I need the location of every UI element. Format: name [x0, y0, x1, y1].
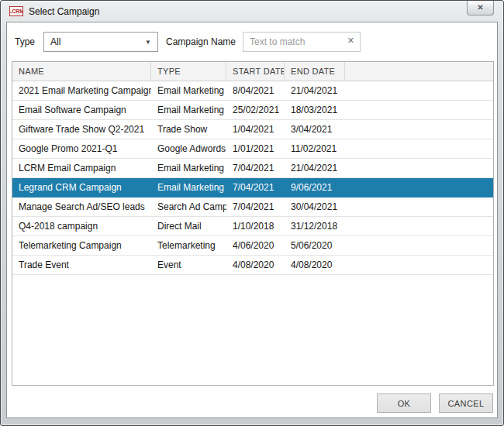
cell-end-date: 30/04/2021	[285, 198, 345, 216]
cell-type: Direct Mail	[151, 217, 226, 235]
cell-end-date: 11/02/2021	[285, 139, 345, 158]
close-icon: ✕	[477, 4, 483, 12]
column-header-type[interactable]: TYPE	[151, 62, 226, 81]
column-header-start-date[interactable]: START DATE	[226, 62, 285, 81]
table-row[interactable]: LCRM Email Campaign Email Marketing 7/04…	[12, 159, 493, 178]
cell-start-date: 4/08/2020	[226, 256, 285, 274]
type-dropdown-value: All	[50, 36, 60, 47]
cell-name: Legrand CRM Campaign	[12, 178, 151, 197]
cell-name: LCRM Email Campaign	[12, 159, 151, 177]
cell-end-date: 5/06/2020	[285, 236, 345, 255]
table-row[interactable]: Giftware Trade Show Q2-2021 Trade Show 1…	[12, 120, 493, 139]
cell-filler	[345, 81, 493, 100]
campaign-name-input[interactable]	[243, 32, 361, 52]
cell-filler	[345, 217, 493, 235]
cell-name: Telemarketing Campaign	[12, 236, 151, 255]
cell-name: Giftware Trade Show Q2-2021	[12, 120, 151, 139]
cancel-button[interactable]: CANCEL	[439, 393, 493, 413]
table-row[interactable]: Q4-2018 campaign Direct Mail 1/10/2018 3…	[12, 217, 493, 236]
cell-start-date: 1/01/2021	[226, 139, 285, 158]
cell-start-date: 7/04/2021	[226, 198, 285, 216]
chevron-down-icon: ▼	[145, 39, 151, 46]
clear-input-icon[interactable]: ✕	[347, 36, 354, 45]
cell-type: Event	[151, 256, 226, 274]
cell-filler	[345, 178, 493, 197]
type-label: Type	[15, 36, 35, 47]
cell-name: Email Software Campaign	[12, 101, 151, 119]
cell-end-date: 4/08/2020	[285, 256, 345, 274]
column-header-filler	[345, 62, 493, 81]
cell-type: Telemarketing	[151, 236, 226, 255]
titlebar[interactable]: LCRM Select Campaign ✕	[1, 1, 503, 22]
cell-type: Email Marketing	[151, 178, 226, 197]
cell-name: 2021 Email Marketing Campaign	[12, 81, 151, 100]
lcrm-logo-icon: LCRM	[9, 6, 23, 16]
cell-name: Q4-2018 campaign	[12, 217, 151, 235]
table-row[interactable]: Google Promo 2021-Q1 Google Adwords 1/01…	[12, 139, 493, 159]
cell-filler	[345, 256, 493, 274]
cell-name: Google Promo 2021-Q1	[12, 139, 151, 158]
cell-filler	[345, 198, 493, 216]
cell-start-date: 1/10/2018	[226, 217, 285, 235]
cell-type: Email Marketing	[151, 101, 226, 119]
table-header: NAME TYPE START DATE END DATE	[12, 62, 493, 81]
table-body: 2021 Email Marketing Campaign Email Mark…	[12, 81, 493, 275]
cell-type: Search Ad Camp	[151, 198, 226, 216]
table-row[interactable]: Trade Event Event 4/08/2020 4/08/2020	[12, 256, 493, 275]
cell-end-date: 9/06/2021	[285, 178, 345, 197]
cell-name: Trade Event	[12, 256, 151, 274]
cell-end-date: 18/03/2021	[285, 101, 345, 119]
cell-type: Google Adwords	[151, 139, 226, 158]
table-row[interactable]: Email Software Campaign Email Marketing …	[12, 101, 493, 120]
campaign-name-label: Campaign Name	[166, 36, 236, 47]
window-title: Select Campaign	[29, 6, 99, 17]
campaign-table: NAME TYPE START DATE END DATE 2021 Email…	[12, 61, 494, 386]
cell-filler	[345, 101, 493, 119]
table-row[interactable]: Telemarketing Campaign Telemarketing 4/0…	[12, 236, 493, 256]
cell-start-date: 7/04/2021	[226, 178, 285, 197]
cell-filler	[345, 159, 493, 177]
column-header-end-date[interactable]: END DATE	[285, 62, 345, 81]
column-header-name[interactable]: NAME	[12, 62, 151, 81]
cell-start-date: 4/06/2020	[226, 236, 285, 255]
cell-type: Trade Show	[151, 120, 226, 139]
select-campaign-dialog: LCRM Select Campaign ✕ Type All ▼ Campai…	[0, 0, 504, 426]
cell-filler	[345, 139, 493, 158]
table-row[interactable]: Legrand CRM Campaign Email Marketing 7/0…	[12, 178, 493, 198]
cell-name: Manage Search Ad/SEO leads	[12, 198, 151, 216]
ok-button[interactable]: OK	[377, 393, 431, 413]
cell-type: Email Marketing	[151, 159, 226, 177]
cell-end-date: 31/12/2018	[285, 217, 345, 235]
close-button[interactable]: ✕	[467, 1, 494, 15]
cell-type: Email Marketing	[151, 81, 226, 100]
cell-start-date: 7/04/2021	[226, 159, 285, 177]
dialog-client-area: Type All ▼ Campaign Name ✕ NAME TYPE STA…	[6, 22, 498, 418]
cell-start-date: 8/04/2021	[226, 81, 285, 100]
cell-start-date: 1/04/2021	[226, 120, 285, 139]
cell-end-date: 21/04/2021	[285, 81, 345, 100]
cell-start-date: 25/02/2021	[226, 101, 285, 119]
cell-filler	[345, 120, 493, 139]
campaign-name-filter: ✕	[243, 32, 361, 52]
cell-filler	[345, 236, 493, 255]
table-row[interactable]: 2021 Email Marketing Campaign Email Mark…	[12, 81, 493, 101]
table-row[interactable]: Manage Search Ad/SEO leads Search Ad Cam…	[12, 198, 493, 217]
type-dropdown[interactable]: All ▼	[43, 32, 158, 52]
cell-end-date: 3/04/2021	[285, 120, 345, 139]
cell-end-date: 21/04/2021	[285, 159, 345, 177]
